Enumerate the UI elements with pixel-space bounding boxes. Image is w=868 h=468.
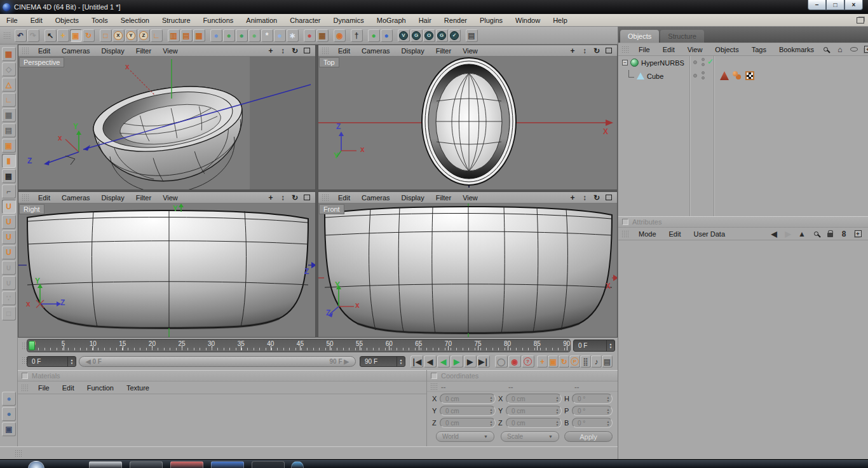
grip-handle[interactable] bbox=[322, 194, 329, 202]
menu-animation[interactable]: Animation bbox=[240, 17, 283, 24]
lock-workplane-icon[interactable]: ∪ bbox=[2, 276, 16, 290]
rotate-view-icon[interactable]: ↻ bbox=[592, 193, 602, 202]
grip-handle[interactable] bbox=[22, 47, 29, 55]
rotate-view-icon[interactable]: ↻ bbox=[290, 193, 300, 202]
vp-menu-edit[interactable]: Edit bbox=[332, 194, 356, 202]
vp-menu-edit[interactable]: Edit bbox=[332, 47, 356, 55]
current-frame-field[interactable]: 0 F ▲▼ bbox=[573, 340, 615, 352]
viewport-perspective[interactable]: EditCamerasDisplayFilterView +↕↻ Perspec… bbox=[18, 45, 316, 190]
taskbar-app-3[interactable] bbox=[170, 461, 203, 468]
menu-dynamics[interactable]: Dynamics bbox=[327, 17, 370, 24]
goto-end-button[interactable]: ▶∣ bbox=[477, 355, 490, 368]
viewport-canvas[interactable]: Front bbox=[318, 203, 617, 337]
spin-up-icon[interactable]: ▲ bbox=[607, 420, 610, 423]
enabled-check-icon[interactable]: ✓ bbox=[707, 57, 714, 66]
attr-menu-edit[interactable]: Edit bbox=[663, 230, 688, 238]
parent-icon[interactable]: ▲ bbox=[797, 228, 808, 239]
viewport-right[interactable]: EditCamerasDisplayFilterView +↕↻ Right bbox=[18, 191, 316, 338]
hair-tools-icon[interactable]: G bbox=[410, 29, 423, 42]
grip-handle[interactable] bbox=[621, 46, 629, 53]
spin-down-icon[interactable]: ▼ bbox=[490, 411, 493, 414]
edges-mode-icon[interactable]: ▤ bbox=[2, 123, 16, 137]
taskbar-app-1[interactable] bbox=[89, 461, 122, 468]
add-particle-icon[interactable]: ● bbox=[274, 29, 286, 42]
tab-structure[interactable]: Structure bbox=[660, 30, 704, 43]
vp-menu-view[interactable]: View bbox=[157, 194, 184, 202]
vp-menu-display[interactable]: Display bbox=[396, 47, 430, 55]
goto-start-button[interactable]: ∣◀ bbox=[410, 355, 423, 368]
spinner[interactable]: ▲▼ bbox=[67, 357, 76, 366]
viewport-canvas[interactable]: Perspective bbox=[18, 57, 315, 189]
spin-down-icon[interactable]: ▼ bbox=[607, 423, 610, 426]
record-keyframe-button[interactable]: ◉ bbox=[508, 355, 521, 368]
materials-menu-file[interactable]: File bbox=[32, 384, 56, 392]
maximize-view-icon[interactable] bbox=[604, 46, 614, 55]
spinner[interactable]: ▲▼ bbox=[604, 420, 612, 426]
uvw-tag-icon[interactable] bbox=[745, 71, 754, 80]
maximize-view-icon[interactable] bbox=[302, 46, 312, 55]
spinner[interactable]: ▲▼ bbox=[553, 408, 561, 414]
render-region-icon[interactable]: ▤ bbox=[180, 29, 193, 42]
key-scale-icon[interactable]: ▣ bbox=[548, 355, 559, 368]
vp-menu-view[interactable]: View bbox=[457, 47, 484, 55]
spin-down-icon[interactable]: ▼ bbox=[556, 423, 559, 426]
world-coords-icon[interactable]: ∟ bbox=[151, 29, 163, 42]
sound-icon[interactable]: ♪ bbox=[591, 355, 602, 368]
attr-menu-mode[interactable]: Mode bbox=[632, 230, 663, 238]
spin-up-icon[interactable]: ▲ bbox=[607, 408, 610, 411]
vp-menu-view[interactable]: View bbox=[457, 194, 484, 202]
vp-menu-cameras[interactable]: Cameras bbox=[56, 47, 96, 55]
size-value-field[interactable]: 0 cm▲▼ bbox=[506, 394, 562, 404]
object-name[interactable]: Cube bbox=[647, 72, 663, 80]
workplane-icon[interactable]: ∪ bbox=[2, 261, 16, 275]
spin-up-icon[interactable]: ▲ bbox=[490, 420, 493, 423]
lock-x-icon[interactable]: X bbox=[112, 29, 125, 42]
render-settings-icon[interactable]: ▦ bbox=[193, 29, 205, 42]
filter-icon[interactable] bbox=[848, 44, 859, 55]
vp-menu-edit[interactable]: Edit bbox=[32, 194, 56, 202]
pos-value-field[interactable]: 0 cm▲▼ bbox=[440, 394, 496, 404]
grip-handle[interactable] bbox=[621, 230, 629, 238]
pan-icon[interactable]: + bbox=[568, 46, 578, 55]
snap-enable-icon[interactable]: U bbox=[2, 200, 16, 214]
timeline-playhead[interactable] bbox=[29, 341, 35, 350]
range-end-field[interactable]: 90 F ▲▼ bbox=[360, 356, 405, 367]
menu-help[interactable]: Help bbox=[546, 17, 574, 24]
smoothing-tag-icon[interactable] bbox=[733, 71, 738, 76]
snap-2d-icon[interactable]: U bbox=[2, 215, 16, 229]
new-panel-icon[interactable]: + bbox=[862, 44, 868, 55]
rot-value-field[interactable]: 0 °▲▼ bbox=[572, 418, 613, 428]
materials-menu-function[interactable]: Function bbox=[81, 384, 120, 392]
taskbar-app-2[interactable] bbox=[130, 461, 163, 468]
character-tools-icon[interactable]: † bbox=[351, 29, 363, 42]
move-tool-icon[interactable]: + bbox=[57, 29, 69, 42]
spinner[interactable]: ▲▼ bbox=[487, 420, 495, 426]
key-pla-icon[interactable]: ⣿ bbox=[580, 355, 591, 368]
viewport-canvas[interactable]: Right bbox=[18, 203, 315, 337]
add-nurbs-icon[interactable]: ● bbox=[236, 29, 248, 42]
spin-down-icon[interactable]: ▼ bbox=[607, 399, 610, 402]
pan-icon[interactable]: + bbox=[266, 193, 276, 202]
rot-value-field[interactable]: 0 °▲▼ bbox=[572, 394, 613, 404]
range-start-field[interactable]: 0 F ▲▼ bbox=[27, 356, 76, 367]
lock-z-icon[interactable]: Z bbox=[138, 29, 150, 42]
add-effector-icon[interactable]: ∗ bbox=[287, 29, 299, 42]
vp-menu-filter[interactable]: Filter bbox=[430, 47, 457, 55]
rotate-tool-icon[interactable]: ↻ bbox=[83, 29, 95, 42]
render-visibility-dot[interactable] bbox=[702, 63, 705, 66]
viewport-label[interactable]: Top bbox=[320, 58, 339, 67]
add-spline-icon[interactable]: ● bbox=[223, 29, 235, 42]
panel-checkbox[interactable] bbox=[431, 373, 437, 379]
maximize-view-icon[interactable] bbox=[302, 193, 312, 202]
history-forward-icon[interactable]: ▶ bbox=[783, 228, 794, 239]
pos-value-field[interactable]: 0 cm▲▼ bbox=[440, 406, 496, 416]
menu-hair[interactable]: Hair bbox=[412, 17, 438, 24]
taskbar-app-4[interactable] bbox=[211, 461, 244, 468]
viewport-label[interactable]: Front bbox=[320, 205, 344, 214]
dolly-icon[interactable]: ↕ bbox=[580, 193, 590, 202]
vp-menu-filter[interactable]: Filter bbox=[430, 194, 457, 202]
spinner[interactable]: ▲▼ bbox=[487, 396, 495, 402]
pos-value-field[interactable]: 0 cm▲▼ bbox=[440, 418, 496, 428]
spin-up-icon[interactable]: ▲ bbox=[556, 396, 559, 399]
menu-plugins[interactable]: Plugins bbox=[473, 17, 509, 24]
